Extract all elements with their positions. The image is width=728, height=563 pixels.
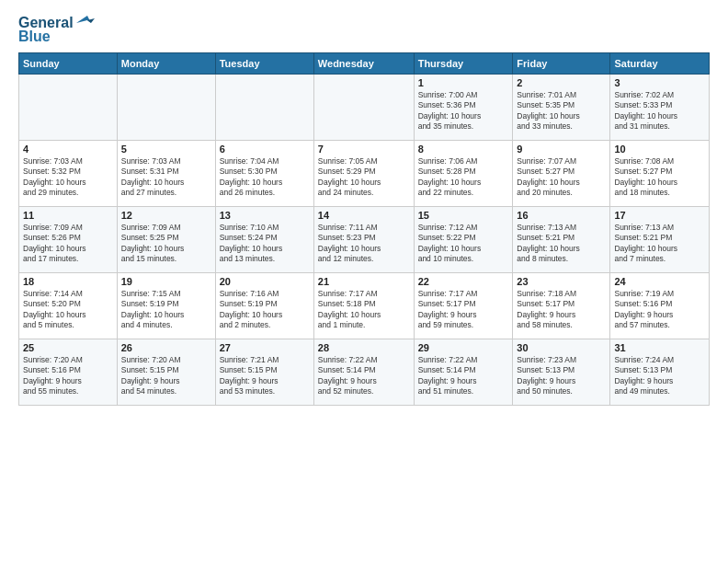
day-cell: 3Sunrise: 7:02 AM Sunset: 5:33 PM Daylig… bbox=[610, 75, 710, 141]
day-cell: 10Sunrise: 7:08 AM Sunset: 5:27 PM Dayli… bbox=[610, 141, 710, 207]
day-number: 1 bbox=[418, 77, 509, 88]
day-info: Sunrise: 7:14 AM Sunset: 5:20 PM Dayligh… bbox=[23, 289, 113, 331]
page: General Blue SundayMondayTuesdayWednesda… bbox=[0, 0, 728, 563]
day-info: Sunrise: 7:06 AM Sunset: 5:28 PM Dayligh… bbox=[418, 156, 509, 199]
day-number: 7 bbox=[318, 144, 410, 155]
day-info: Sunrise: 7:05 AM Sunset: 5:29 PM Dayligh… bbox=[318, 156, 410, 199]
calendar-table: SundayMondayTuesdayWednesdayThursdayFrid… bbox=[18, 52, 710, 406]
day-number: 24 bbox=[614, 276, 705, 287]
day-cell: 28Sunrise: 7:22 AM Sunset: 5:14 PM Dayli… bbox=[313, 339, 414, 406]
day-info: Sunrise: 7:23 AM Sunset: 5:13 PM Dayligh… bbox=[517, 355, 606, 397]
day-cell: 27Sunrise: 7:21 AM Sunset: 5:15 PM Dayli… bbox=[215, 339, 313, 406]
day-info: Sunrise: 7:10 AM Sunset: 5:24 PM Dayligh… bbox=[220, 223, 310, 265]
day-number: 13 bbox=[220, 210, 310, 221]
day-cell bbox=[117, 75, 215, 141]
day-cell: 14Sunrise: 7:11 AM Sunset: 5:23 PM Dayli… bbox=[313, 207, 414, 273]
day-cell: 7Sunrise: 7:05 AM Sunset: 5:29 PM Daylig… bbox=[313, 141, 414, 207]
day-number: 3 bbox=[614, 77, 705, 88]
day-info: Sunrise: 7:21 AM Sunset: 5:15 PM Dayligh… bbox=[220, 355, 310, 397]
day-number: 21 bbox=[318, 276, 410, 287]
day-cell bbox=[19, 75, 118, 141]
day-number: 9 bbox=[517, 144, 606, 155]
day-info: Sunrise: 7:04 AM Sunset: 5:30 PM Dayligh… bbox=[220, 156, 310, 199]
day-cell: 29Sunrise: 7:22 AM Sunset: 5:14 PM Dayli… bbox=[414, 339, 513, 406]
day-info: Sunrise: 7:17 AM Sunset: 5:17 PM Dayligh… bbox=[418, 289, 509, 331]
day-number: 8 bbox=[418, 144, 509, 155]
day-number: 30 bbox=[517, 342, 606, 353]
day-cell: 11Sunrise: 7:09 AM Sunset: 5:26 PM Dayli… bbox=[19, 207, 118, 273]
day-cell: 21Sunrise: 7:17 AM Sunset: 5:18 PM Dayli… bbox=[313, 273, 414, 339]
day-info: Sunrise: 7:16 AM Sunset: 5:19 PM Dayligh… bbox=[220, 289, 310, 331]
day-info: Sunrise: 7:13 AM Sunset: 5:21 PM Dayligh… bbox=[614, 223, 705, 265]
day-info: Sunrise: 7:24 AM Sunset: 5:13 PM Dayligh… bbox=[614, 355, 705, 397]
day-cell bbox=[313, 75, 414, 141]
day-number: 10 bbox=[614, 144, 705, 155]
header-cell-sunday: Sunday bbox=[19, 53, 118, 75]
day-info: Sunrise: 7:00 AM Sunset: 5:36 PM Dayligh… bbox=[418, 90, 509, 132]
day-number: 20 bbox=[220, 276, 310, 287]
day-info: Sunrise: 7:12 AM Sunset: 5:22 PM Dayligh… bbox=[418, 223, 509, 265]
day-info: Sunrise: 7:08 AM Sunset: 5:27 PM Dayligh… bbox=[614, 156, 705, 199]
day-cell: 31Sunrise: 7:24 AM Sunset: 5:13 PM Dayli… bbox=[610, 339, 710, 406]
day-info: Sunrise: 7:22 AM Sunset: 5:14 PM Dayligh… bbox=[418, 355, 509, 397]
day-cell: 20Sunrise: 7:16 AM Sunset: 5:19 PM Dayli… bbox=[215, 273, 313, 339]
day-number: 12 bbox=[121, 210, 211, 221]
day-info: Sunrise: 7:03 AM Sunset: 5:31 PM Dayligh… bbox=[121, 156, 211, 199]
day-number: 29 bbox=[418, 342, 509, 353]
calendar-header: SundayMondayTuesdayWednesdayThursdayFrid… bbox=[19, 53, 710, 75]
logo: General Blue bbox=[18, 15, 95, 45]
day-info: Sunrise: 7:03 AM Sunset: 5:32 PM Dayligh… bbox=[23, 156, 113, 199]
day-cell: 2Sunrise: 7:01 AM Sunset: 5:35 PM Daylig… bbox=[513, 75, 610, 141]
day-number: 23 bbox=[517, 276, 606, 287]
day-info: Sunrise: 7:11 AM Sunset: 5:23 PM Dayligh… bbox=[318, 223, 410, 265]
week-row-3: 18Sunrise: 7:14 AM Sunset: 5:20 PM Dayli… bbox=[19, 273, 710, 339]
day-number: 28 bbox=[318, 342, 410, 353]
day-number: 19 bbox=[121, 276, 211, 287]
day-info: Sunrise: 7:09 AM Sunset: 5:26 PM Dayligh… bbox=[23, 223, 113, 265]
day-cell: 1Sunrise: 7:00 AM Sunset: 5:36 PM Daylig… bbox=[414, 75, 513, 141]
day-cell: 8Sunrise: 7:06 AM Sunset: 5:28 PM Daylig… bbox=[414, 141, 513, 207]
day-number: 15 bbox=[418, 210, 509, 221]
svg-marker-0 bbox=[76, 16, 91, 23]
logo-bird-icon bbox=[76, 16, 95, 30]
header-cell-friday: Friday bbox=[513, 53, 610, 75]
day-cell: 4Sunrise: 7:03 AM Sunset: 5:32 PM Daylig… bbox=[19, 141, 118, 207]
day-cell: 16Sunrise: 7:13 AM Sunset: 5:21 PM Dayli… bbox=[513, 207, 610, 273]
day-cell: 12Sunrise: 7:09 AM Sunset: 5:25 PM Dayli… bbox=[117, 207, 215, 273]
day-number: 22 bbox=[418, 276, 509, 287]
day-cell: 19Sunrise: 7:15 AM Sunset: 5:19 PM Dayli… bbox=[117, 273, 215, 339]
day-cell: 25Sunrise: 7:20 AM Sunset: 5:16 PM Dayli… bbox=[19, 339, 118, 406]
day-number: 5 bbox=[121, 144, 211, 155]
day-number: 31 bbox=[614, 342, 705, 353]
day-cell: 30Sunrise: 7:23 AM Sunset: 5:13 PM Dayli… bbox=[513, 339, 610, 406]
day-info: Sunrise: 7:13 AM Sunset: 5:21 PM Dayligh… bbox=[517, 223, 606, 265]
day-number: 2 bbox=[517, 77, 606, 88]
day-info: Sunrise: 7:19 AM Sunset: 5:16 PM Dayligh… bbox=[614, 289, 705, 331]
week-row-2: 11Sunrise: 7:09 AM Sunset: 5:26 PM Dayli… bbox=[19, 207, 710, 273]
day-cell: 23Sunrise: 7:18 AM Sunset: 5:17 PM Dayli… bbox=[513, 273, 610, 339]
day-info: Sunrise: 7:15 AM Sunset: 5:19 PM Dayligh… bbox=[121, 289, 211, 331]
header-cell-saturday: Saturday bbox=[610, 53, 710, 75]
day-info: Sunrise: 7:02 AM Sunset: 5:33 PM Dayligh… bbox=[614, 90, 705, 132]
day-number: 4 bbox=[23, 144, 113, 155]
header-row: SundayMondayTuesdayWednesdayThursdayFrid… bbox=[19, 53, 710, 75]
day-info: Sunrise: 7:01 AM Sunset: 5:35 PM Dayligh… bbox=[517, 90, 606, 132]
week-row-4: 25Sunrise: 7:20 AM Sunset: 5:16 PM Dayli… bbox=[19, 339, 710, 406]
day-number: 26 bbox=[121, 342, 211, 353]
day-cell: 6Sunrise: 7:04 AM Sunset: 5:30 PM Daylig… bbox=[215, 141, 313, 207]
day-number: 11 bbox=[23, 210, 113, 221]
week-row-0: 1Sunrise: 7:00 AM Sunset: 5:36 PM Daylig… bbox=[19, 75, 710, 141]
header-cell-monday: Monday bbox=[117, 53, 215, 75]
day-info: Sunrise: 7:17 AM Sunset: 5:18 PM Dayligh… bbox=[318, 289, 410, 331]
day-number: 25 bbox=[23, 342, 113, 353]
header-cell-tuesday: Tuesday bbox=[215, 53, 313, 75]
day-number: 14 bbox=[318, 210, 410, 221]
day-number: 18 bbox=[23, 276, 113, 287]
day-cell: 24Sunrise: 7:19 AM Sunset: 5:16 PM Dayli… bbox=[610, 273, 710, 339]
day-cell: 13Sunrise: 7:10 AM Sunset: 5:24 PM Dayli… bbox=[215, 207, 313, 273]
day-info: Sunrise: 7:07 AM Sunset: 5:27 PM Dayligh… bbox=[517, 156, 606, 199]
day-cell: 5Sunrise: 7:03 AM Sunset: 5:31 PM Daylig… bbox=[117, 141, 215, 207]
day-info: Sunrise: 7:09 AM Sunset: 5:25 PM Dayligh… bbox=[121, 223, 211, 265]
logo-blue: Blue bbox=[18, 29, 51, 45]
header: General Blue bbox=[18, 15, 710, 45]
